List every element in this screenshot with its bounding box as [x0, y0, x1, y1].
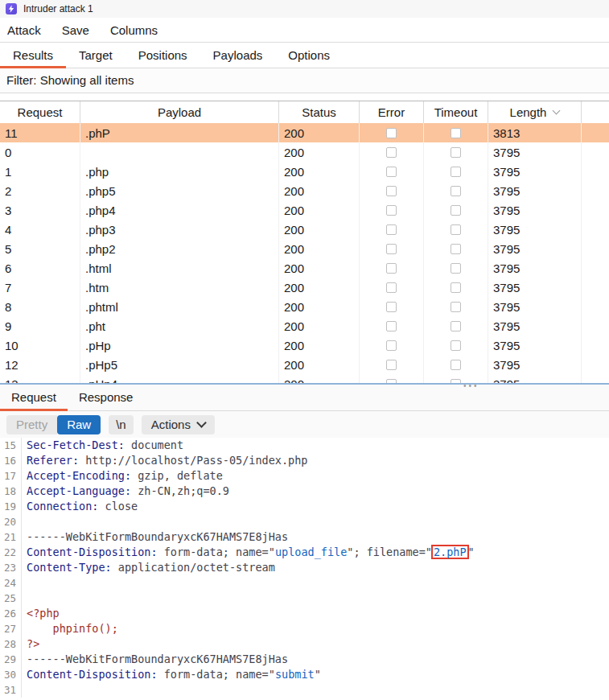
timeout-checkbox[interactable] — [451, 340, 461, 351]
line-number: 20 — [0, 514, 22, 529]
request-cell: 2 — [0, 181, 80, 200]
status-cell: 200 — [279, 200, 360, 220]
header-name: Sec-Fetch-Dest: — [27, 439, 125, 451]
table-row[interactable]: 8.phtml2003795 — [0, 297, 609, 316]
error-checkbox[interactable] — [386, 263, 397, 274]
timeout-checkbox[interactable] — [451, 321, 461, 331]
timeout-checkbox[interactable] — [451, 302, 461, 312]
table-row[interactable]: 7.htm2003795 — [0, 278, 609, 297]
status-cell: 200 — [279, 355, 360, 374]
splitter-handle-icon[interactable]: ••• — [463, 384, 479, 389]
timeout-checkbox[interactable] — [451, 186, 461, 196]
timeout-checkbox[interactable] — [451, 128, 461, 138]
table-row[interactable]: 10.pHp2003795 — [0, 336, 609, 355]
table-row[interactable]: 3.php42003795 — [0, 200, 609, 220]
table-row[interactable]: 02003795 — [0, 142, 609, 162]
request-cell: 7 — [0, 278, 80, 297]
code-line: 26<?php — [0, 606, 609, 621]
code-text: ------WebKitFormBoundaryxcK67HAMS7E8jHas — [22, 652, 288, 667]
table-row[interactable]: 1.php2003795 — [0, 162, 609, 181]
column-header-timeout[interactable]: Timeout — [424, 101, 488, 123]
column-header-status[interactable]: Status — [279, 101, 360, 123]
code-text — [22, 575, 27, 591]
tab-options[interactable]: Options — [275, 43, 343, 68]
timeout-checkbox[interactable] — [451, 224, 461, 235]
menu-item-attack[interactable]: Attack — [2, 23, 47, 37]
error-checkbox[interactable] — [386, 147, 397, 158]
table-row[interactable]: 5.php22003795 — [0, 239, 609, 258]
code-line: 24 — [0, 575, 609, 591]
code-text — [22, 682, 27, 698]
code-line: 16Referer: http://localhost/Pass-05/inde… — [0, 453, 609, 468]
error-checkbox[interactable] — [386, 186, 397, 196]
intruder-tab-bar: ResultsTargetPositionsPayloadsOptions — [0, 43, 609, 68]
table-row[interactable]: 12.pHp52003795 — [0, 355, 609, 374]
table-row[interactable]: 9.pht2003795 — [0, 316, 609, 336]
message-tab-request[interactable]: Request — [0, 385, 68, 410]
tab-positions[interactable]: Positions — [126, 43, 200, 68]
code-line: 18Accept-Language: zh-CN,zh;q=0.9 — [0, 484, 609, 499]
raw-button[interactable]: Raw — [57, 415, 101, 434]
error-checkbox-cell — [360, 220, 424, 239]
error-checkbox[interactable] — [386, 282, 397, 293]
table-row[interactable]: 6.html2003795 — [0, 258, 609, 278]
request-editor[interactable]: 15Sec-Fetch-Dest: document16Referer: htt… — [0, 438, 609, 699]
timeout-checkbox-cell — [424, 297, 488, 316]
error-checkbox[interactable] — [386, 128, 397, 138]
table-row[interactable]: 4.php32003795 — [0, 220, 609, 239]
error-checkbox-cell — [360, 297, 424, 316]
line-number: 21 — [0, 529, 22, 545]
table-row[interactable]: 13.pHp42003795 — [0, 374, 609, 383]
column-header-payload[interactable]: Payload — [80, 101, 279, 123]
timeout-checkbox[interactable] — [451, 360, 461, 370]
error-checkbox-cell — [360, 374, 424, 383]
error-checkbox[interactable] — [386, 302, 397, 312]
column-header-error[interactable]: Error — [360, 101, 424, 123]
newline-toggle-button[interactable]: \n — [109, 415, 134, 434]
error-checkbox[interactable] — [386, 224, 397, 235]
column-header-request[interactable]: Request — [0, 101, 80, 123]
code-line: 27 phpinfo(); — [0, 621, 609, 636]
pretty-button[interactable]: Pretty — [6, 415, 57, 434]
error-checkbox[interactable] — [386, 167, 397, 177]
error-checkbox-cell — [360, 316, 424, 336]
error-checkbox[interactable] — [386, 340, 397, 351]
error-checkbox-cell — [360, 162, 424, 181]
line-number: 23 — [0, 560, 22, 575]
header-name: Referer: — [27, 454, 79, 467]
header-name: Accept-Encoding: — [27, 469, 131, 482]
error-checkbox[interactable] — [386, 321, 397, 331]
error-checkbox[interactable] — [386, 244, 397, 254]
timeout-checkbox[interactable] — [451, 244, 461, 254]
header-value: zh-CN,zh;q=0.9 — [131, 484, 229, 497]
request-cell: 4 — [0, 220, 80, 239]
error-checkbox[interactable] — [386, 360, 397, 370]
timeout-checkbox[interactable] — [451, 167, 461, 177]
tab-payloads[interactable]: Payloads — [200, 43, 276, 68]
tab-results[interactable]: Results — [0, 43, 66, 68]
filter-bar[interactable]: Filter: Showing all items — [0, 68, 609, 93]
menu-item-columns[interactable]: Columns — [105, 23, 163, 37]
code-text: Referer: http://localhost/Pass-05/index.… — [22, 453, 308, 468]
error-checkbox-cell — [360, 278, 424, 297]
menu-item-save[interactable]: Save — [56, 23, 95, 37]
timeout-checkbox[interactable] — [451, 147, 461, 158]
header-value: ------WebKitFormBoundaryxcK67HAMS7E8jHas — [27, 530, 288, 543]
code-line: 20 — [0, 514, 609, 529]
table-row[interactable]: 11.phP2003813 — [0, 123, 609, 142]
php-code: phpinfo(); — [27, 622, 118, 635]
error-checkbox-cell — [360, 142, 424, 162]
tab-target[interactable]: Target — [66, 43, 126, 68]
timeout-checkbox[interactable] — [451, 282, 461, 293]
line-number: 17 — [0, 468, 22, 484]
error-checkbox[interactable] — [386, 205, 397, 216]
actions-button[interactable]: Actions — [142, 415, 215, 434]
status-cell: 200 — [279, 181, 360, 200]
intruder-lightning-icon — [6, 3, 17, 14]
chevron-down-icon — [196, 418, 207, 428]
column-header-length[interactable]: Length — [488, 101, 582, 123]
message-tab-response[interactable]: Response — [68, 385, 145, 410]
timeout-checkbox[interactable] — [451, 205, 461, 216]
table-row[interactable]: 2.php52003795 — [0, 181, 609, 200]
timeout-checkbox[interactable] — [451, 263, 461, 274]
